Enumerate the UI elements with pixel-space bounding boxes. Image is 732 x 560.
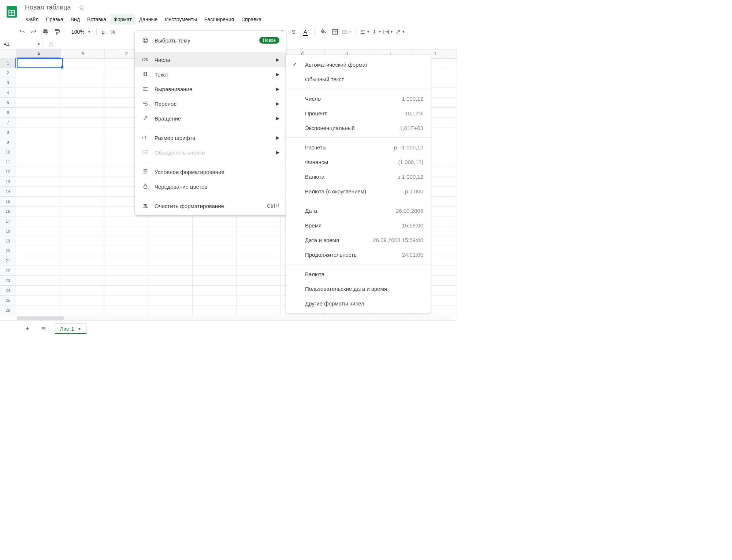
cell[interactable] [16,167,60,177]
text-rotation-button[interactable]: ▼ [395,27,405,37]
cell[interactable] [16,177,60,187]
vertical-align-button[interactable]: ▼ [371,27,382,37]
cell[interactable] [16,296,60,305]
cell[interactable] [193,305,237,315]
cell[interactable] [60,216,104,226]
cell[interactable] [193,246,237,256]
cell[interactable] [193,256,237,266]
cell[interactable] [104,286,148,296]
cell[interactable] [60,187,104,197]
cell[interactable] [60,167,104,177]
cell[interactable] [237,305,280,315]
cell[interactable] [16,108,60,118]
menu-item-clear-formatting[interactable]: Очистить форматирование Ctrl+\ [135,199,286,213]
cell[interactable] [193,276,237,286]
cell[interactable] [148,216,192,226]
row-header[interactable]: 25 [0,296,16,305]
number-format-item[interactable]: Число1 000,12 [286,91,431,106]
cell[interactable] [237,266,280,276]
cell[interactable] [60,276,104,286]
menubar-item-расширения[interactable]: Расширения [201,14,237,25]
cell[interactable] [16,118,60,127]
add-sheet-button[interactable]: + [23,324,32,333]
format-currency-button[interactable]: р. [100,29,108,35]
cell[interactable] [16,305,60,315]
cell[interactable] [16,157,60,167]
cell[interactable] [148,226,192,236]
number-format-item[interactable]: Дата и время26.09.2008 15:59:00 [286,233,431,247]
cell[interactable] [16,147,60,157]
cell[interactable] [16,98,60,108]
select-all-corner[interactable] [0,49,17,58]
menu-item-text[interactable]: BТекст▶ [135,67,286,82]
cell[interactable] [148,236,192,246]
cell[interactable] [60,197,104,207]
number-format-item[interactable]: Процент10,12% [286,106,431,120]
row-header[interactable]: 7 [0,118,16,127]
fill-color-button[interactable] [318,27,328,37]
menubar-item-инструменты[interactable]: Инструменты [161,14,200,25]
cell[interactable] [104,266,148,276]
cell[interactable] [237,236,280,246]
cell[interactable] [193,236,237,246]
all-sheets-button[interactable]: ≡ [39,324,48,333]
cell[interactable] [16,88,60,98]
name-box[interactable]: A1▼ [0,39,44,49]
row-header[interactable]: 6 [0,108,16,118]
cell[interactable] [148,256,192,266]
cell[interactable] [148,266,192,276]
row-header[interactable]: 18 [0,226,16,236]
cell[interactable] [148,296,192,305]
cell[interactable] [16,197,60,207]
cell[interactable] [60,108,104,118]
cell[interactable] [104,216,148,226]
row-header[interactable]: 2 [0,68,16,78]
row-header[interactable]: 10 [0,147,16,157]
horizontal-align-button[interactable]: ▼ [360,27,370,37]
cell[interactable] [60,127,104,137]
menu-item-altcolor[interactable]: Чередование цветов [135,179,286,194]
cell[interactable] [60,207,104,216]
row-header[interactable]: 20 [0,246,16,256]
row-header[interactable]: 12 [0,167,16,177]
cell[interactable] [237,246,280,256]
menu-item-align[interactable]: Выравнивание▶ [135,82,286,96]
number-format-item[interactable]: Пользовательские дата и время [286,281,431,296]
cell[interactable] [104,226,148,236]
borders-button[interactable] [330,27,340,37]
menubar-item-данные[interactable]: Данные [136,14,161,25]
menu-item-theme[interactable]: Выбрать тему Новое [135,33,286,48]
menu-item-wrap[interactable]: Перенос▶ [135,96,286,111]
cell[interactable] [104,236,148,246]
zoom-select[interactable]: 100%▼ [70,29,93,35]
number-format-item[interactable]: Время15:59:00 [286,218,431,233]
row-header[interactable]: 21 [0,256,16,266]
cell[interactable] [60,177,104,187]
cell[interactable] [16,187,60,197]
menubar-item-вставка[interactable]: Вставка [84,14,109,25]
cell[interactable] [104,276,148,286]
sheet-tab-1[interactable]: Лист1▼ [55,324,86,334]
number-format-item[interactable]: ✓Автоматический формат [286,57,431,72]
number-format-item[interactable]: Продолжительность24:01:00 [286,247,431,262]
cell[interactable] [16,256,60,266]
cell[interactable] [60,236,104,246]
row-header[interactable]: 9 [0,137,16,147]
cell[interactable] [16,246,60,256]
cell[interactable] [237,216,280,226]
menu-item-rotate[interactable]: Вращение▶ [135,111,286,126]
cell[interactable] [148,286,192,296]
cell[interactable] [104,305,148,315]
doc-title[interactable]: Новая таблица [23,3,73,12]
cell[interactable] [193,286,237,296]
redo-button[interactable] [29,27,39,37]
cell[interactable] [16,216,60,226]
number-format-item[interactable]: Расчетыр. -1 000,12 [286,140,431,155]
row-header[interactable]: 23 [0,276,16,286]
cell[interactable] [104,256,148,266]
row-header[interactable]: 22 [0,266,16,276]
cell[interactable] [60,286,104,296]
number-format-item[interactable]: Финансы(1 000,12) [286,155,431,169]
cell[interactable] [60,305,104,315]
row-header[interactable]: 19 [0,236,16,246]
